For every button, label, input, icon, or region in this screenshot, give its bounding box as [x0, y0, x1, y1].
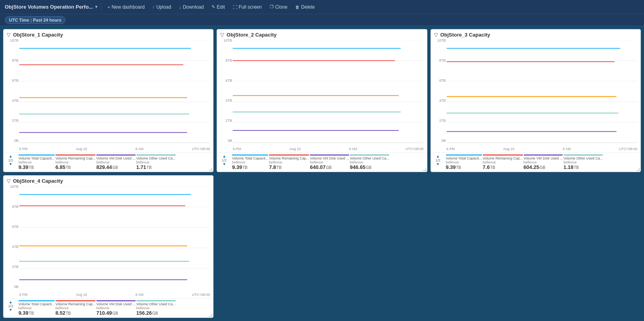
- clone-label: Clone: [275, 4, 287, 10]
- chart-card-objstore2: ▽ ObjStore_2 Capacity 10TB 8TB 6TB 4TB 2…: [217, 29, 427, 172]
- chart-svg-4: [19, 186, 210, 289]
- title-text: ObjStore Volumes Operation Perfo...: [5, 4, 93, 10]
- edit-label: Edit: [217, 4, 225, 10]
- page-indicator-3: ▲ 1/2 ▼: [433, 154, 443, 166]
- metric-color-bar: [350, 154, 389, 156]
- metric-color-bar: [446, 154, 482, 156]
- chart-area-2: 10TB 8TB 6TB 4TB 2TB 0B 6: [217, 39, 427, 152]
- page-down-4[interactable]: ▼: [9, 308, 13, 312]
- x-axis-1: 6 PM Aug 10 6 AM UTC+08:00: [19, 147, 210, 151]
- chart-footer-1: ▲ 1/2 ▼ Volume Total Capacit... bellevue…: [4, 152, 213, 172]
- resize-handle[interactable]: [209, 168, 212, 171]
- delete-button[interactable]: 🗑 Delete: [292, 3, 318, 11]
- chart-header-3: ▽ ObjStore_3 Capacity: [431, 29, 640, 39]
- x-axis-4: 6 PM Aug 10 6 AM UTC+08:00: [19, 293, 210, 297]
- page-indicator-2: ▲ 1/2 ▼: [219, 154, 229, 166]
- metric-item: Volume Total Capacit... bellevue 9.39TB: [232, 154, 268, 170]
- chart-header-2: ▽ ObjStore_2 Capacity: [217, 29, 427, 39]
- resize-handle[interactable]: [637, 168, 640, 171]
- page-num-3: 1/2: [435, 158, 440, 162]
- upload-label: Upload: [156, 4, 171, 10]
- chart-card-objstore1: ▽ ObjStore_1 Capacity 10TB 8TB 6TB 4TB 2…: [3, 29, 213, 172]
- metric-item: Volume Total Capacit... bellevue 9.39TB: [18, 154, 55, 170]
- metric-color-bar: [18, 300, 55, 301]
- metric-color-bar: [96, 300, 136, 301]
- page-num-1: 1/2: [8, 158, 13, 162]
- resize-handle[interactable]: [209, 314, 212, 317]
- title-dropdown-icon[interactable]: ▾: [95, 4, 98, 9]
- dashboard-grid: ▽ ObjStore_1 Capacity 10TB 8TB 6TB 4TB 2…: [0, 26, 644, 321]
- download-icon: ↓: [179, 5, 181, 9]
- page-title: ObjStore Volumes Operation Perfo... ▾: [5, 4, 98, 10]
- filter-icon-1[interactable]: ▽: [7, 32, 11, 38]
- header-divider-1: [101, 3, 101, 11]
- metric-color-bar: [310, 154, 349, 156]
- page-down-3[interactable]: ▼: [436, 162, 440, 166]
- new-dashboard-button[interactable]: + New dashboard: [104, 3, 148, 11]
- metric-item: Volume Remaining Cap... bellevue 7.8TB: [269, 154, 309, 170]
- page-indicator-1: ▲ 1/2 ▼: [6, 154, 15, 166]
- chart-footer-3: ▲ 1/2 ▼ Volume Total Capacit... bellevue…: [431, 152, 640, 172]
- metric-item: Volume Other Used Ca... bellevue 946.65G…: [350, 154, 389, 170]
- new-dashboard-label: New dashboard: [112, 4, 145, 10]
- main-header: ObjStore Volumes Operation Perfo... ▾ + …: [0, 0, 644, 14]
- y-axis-1: 10TB 8TB 6TB 4TB 2TB 0B: [5, 39, 19, 143]
- filter-icon-2[interactable]: ▽: [220, 32, 224, 38]
- metric-item: Volume Remaining Cap... bellevue 7.6TB: [483, 154, 523, 170]
- time-badge[interactable]: UTC Time : Past 24 hours: [5, 16, 66, 24]
- page-up-1[interactable]: ▲: [9, 154, 13, 158]
- metrics-grid-3: Volume Total Capacit... bellevue 9.39TB …: [446, 154, 638, 170]
- chart-title-1: ObjStore_1 Capacity: [13, 32, 63, 38]
- y-axis-2: 10TB 8TB 6TB 4TB 2TB 0B: [219, 39, 233, 143]
- metric-item: Volume Other Used Ca... bellevue 1.18TB: [563, 154, 603, 170]
- metrics-grid-2: Volume Total Capacit... bellevue 9.39TB …: [232, 154, 424, 170]
- time-prefix: UTC Time :: [9, 18, 32, 22]
- chart-title-3: ObjStore_3 Capacity: [440, 32, 490, 38]
- clone-button[interactable]: ❐ Clone: [267, 3, 291, 11]
- chart-area-3: 10TB 8TB 6TB 4TB 2TB 0B 6: [431, 39, 640, 152]
- metric-color-bar: [483, 154, 523, 156]
- resize-handle[interactable]: [423, 168, 426, 171]
- chart-svg-2: [233, 40, 423, 143]
- upload-icon: ↑: [153, 5, 155, 9]
- metric-item: Volume VM Disk Used ... bellevue 604.25G…: [524, 154, 563, 170]
- chart-footer-4: ▲ 1/2 ▼ Volume Total Capacit... bellevue…: [4, 298, 213, 317]
- filter-icon-3[interactable]: ▽: [434, 32, 438, 38]
- time-bar: UTC Time : Past 24 hours: [0, 14, 644, 26]
- chart-title-2: ObjStore_2 Capacity: [226, 32, 276, 38]
- time-value: Past 24 hours: [33, 18, 61, 22]
- metric-item: Volume Other Used Ca... bellevue 156.26G…: [136, 300, 176, 316]
- metric-item: Volume Remaining Cap... bellevue 6.85TB: [55, 154, 96, 170]
- metric-color-bar: [18, 154, 55, 156]
- delete-icon: 🗑: [295, 5, 300, 9]
- metric-item: Volume Remaining Cap... bellevue 8.52TB: [55, 300, 96, 316]
- x-axis-3: 6 PM Aug 10 6 AM UTC+08:00: [447, 147, 637, 151]
- chart-svg-3: [447, 40, 637, 143]
- metric-item: Volume VM Disk Used ... bellevue 829.44G…: [96, 154, 136, 170]
- metric-item: Volume Total Capacit... bellevue 9.39TB: [18, 300, 55, 316]
- upload-button[interactable]: ↑ Upload: [149, 3, 175, 11]
- metric-color-bar: [269, 154, 309, 156]
- metric-color-bar: [136, 154, 176, 156]
- page-up-2[interactable]: ▲: [222, 154, 226, 158]
- page-up-4[interactable]: ▲: [9, 300, 13, 304]
- chart-svg-1: [19, 40, 210, 143]
- download-button[interactable]: ↓ Download: [176, 3, 207, 11]
- y-axis-4: 10TB 8TB 6TB 4TB 2TB 0B: [5, 185, 19, 289]
- metric-color-bar: [232, 154, 268, 156]
- metric-item: Volume VM Disk Used ... bellevue 710.49G…: [96, 300, 136, 316]
- page-down-1[interactable]: ▼: [9, 162, 13, 166]
- fullscreen-button[interactable]: ⛶ Full screen: [230, 3, 265, 11]
- metric-item: Volume Total Capacit... bellevue 9.39TB: [446, 154, 482, 170]
- filter-icon-4[interactable]: ▽: [7, 178, 11, 184]
- metric-color-bar: [524, 154, 563, 156]
- edit-icon: ✎: [212, 4, 215, 9]
- chart-area-4: 10TB 8TB 6TB 4TB 2TB 0B 6: [4, 185, 213, 299]
- edit-button[interactable]: ✎ Edit: [208, 3, 228, 11]
- page-down-2[interactable]: ▼: [222, 162, 226, 166]
- chart-title-4: ObjStore_4 Capacity: [13, 178, 63, 184]
- metric-color-bar: [563, 154, 603, 156]
- y-axis-3: 10TB 8TB 6TB 4TB 2TB 0B: [432, 39, 447, 143]
- clone-icon: ❐: [270, 4, 274, 9]
- page-up-3[interactable]: ▲: [436, 154, 440, 158]
